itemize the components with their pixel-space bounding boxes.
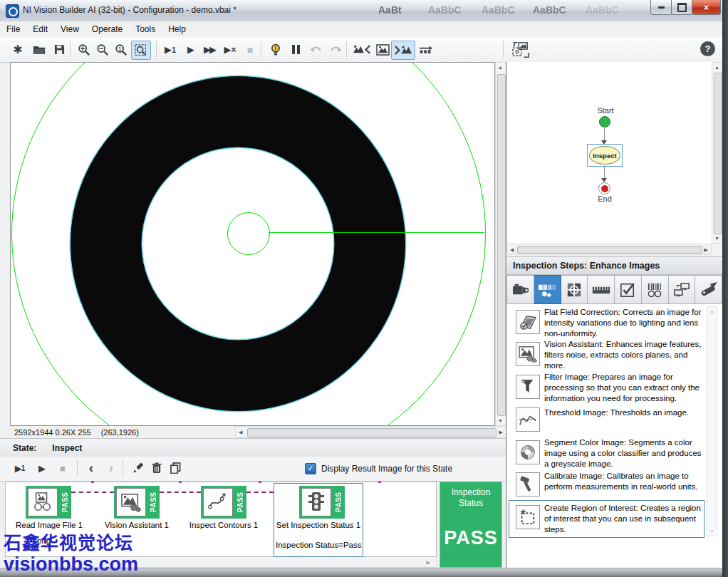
copy-step-icon[interactable] [167,459,184,477]
zoom-1-to-1-icon[interactable]: 1 [112,41,130,58]
step-label: Vision Assistant 1 [98,521,176,529]
help-button[interactable]: ? [700,41,715,56]
list-item-text[interactable]: Create Region of Interest: Creates a reg… [544,503,704,534]
list-item-text[interactable]: Threshold Image: Thresholds an image. [544,407,704,418]
redo-icon[interactable] [326,41,345,58]
watermark-line1: 石鑫华视觉论坛 [4,533,138,553]
window-title: NI Vision Builder AI (32-bit) - Configur… [23,5,236,15]
open-icon[interactable] [30,41,48,58]
stop-icon[interactable]: ■ [241,41,259,58]
undo-icon[interactable] [306,41,325,58]
scroll-down-icon[interactable]: ▼ [498,418,503,423]
start-node[interactable] [599,116,610,128]
step-set-inspection-status[interactable]: PASS [299,486,345,519]
list-item-text[interactable]: Vision Assistant: Enhances image feature… [544,339,704,370]
scrollbar-thumb[interactable] [497,74,506,416]
state-diagram[interactable]: Start Inspect End [506,62,712,244]
segment-color-image-icon[interactable] [516,440,540,464]
tab-acquire-images[interactable] [506,275,534,304]
main-toolbar: ✱ 1 ▶1 ▶ ▶▶ ▶× ■ ? [0,37,724,63]
inspection-status-value: PASS [440,527,501,549]
diagram-vertical-scrollbar[interactable]: ▲ ▼ [712,62,722,244]
scroll-right-icon[interactable]: ▶ [499,430,503,435]
end-node[interactable] [598,182,610,194]
maximize-button[interactable] [671,0,693,15]
list-item-text[interactable]: Filter Image: Prepares an image for proc… [544,372,704,403]
display-result-checkbox-row[interactable]: ✓ Display Result Image for this State [305,463,452,474]
toggle-view-icon[interactable] [509,41,533,58]
menu-operate[interactable]: Operate [85,23,129,36]
stop-state-icon[interactable]: ■ [54,459,71,477]
vision-assistant-icon[interactable] [516,342,540,366]
list-item-text[interactable]: Flat Field Correction: Corrects an image… [544,307,704,338]
list-vertical-scrollbar[interactable]: ▲ ▼ [707,306,717,536]
list-item-text[interactable]: Segment Color Image: Segments a color im… [544,437,704,469]
run-inspection-once-icon[interactable]: ▶1 [161,41,180,58]
step-vision-assistant[interactable]: PASS [114,486,160,519]
zoom-out-icon[interactable] [93,41,112,58]
title-bar[interactable]: NI Vision Builder AI (32-bit) - Configur… [0,0,724,22]
run-state-once-icon[interactable]: ▶1 [11,459,28,477]
close-button[interactable]: × [692,0,721,15]
next-image-icon[interactable] [391,41,415,60]
scroll-left-icon[interactable]: ◀ [510,247,514,253]
delete-step-icon[interactable] [148,459,165,477]
calibrate-image-icon[interactable] [516,472,540,497]
forward-icon[interactable]: › [103,459,120,477]
inspect-node[interactable]: Inspect [589,146,620,165]
filter-image-icon[interactable] [516,375,540,399]
menu-edit[interactable]: Edit [26,23,54,36]
strip-tick [378,481,381,483]
zoom-in-icon[interactable] [75,41,93,58]
back-icon[interactable]: ‹ [83,459,100,477]
image-vertical-scrollbar[interactable]: ▲ ▼ [495,62,506,426]
run-continuous-icon[interactable]: ▶▶ [200,41,219,58]
run-inspection-icon[interactable]: ▶ [181,41,199,58]
tab-additional-tools[interactable] [695,275,722,304]
checkbox-checked-icon[interactable]: ✓ [305,463,316,474]
scroll-down-icon[interactable]: ▼ [709,529,714,534]
image-horizontal-scrollbar[interactable]: ◀ ▶ [235,426,506,438]
scroll-right-icon[interactable]: ▶ [427,560,430,566]
menu-file[interactable]: File [0,23,26,36]
scroll-up-icon[interactable]: ▲ [498,65,503,70]
inspect-node-selection[interactable]: Inspect [587,144,623,167]
diagram-horizontal-scrollbar[interactable]: ◀ ▶ [506,244,712,254]
scrollbar-thumb[interactable] [247,428,496,437]
light-icon[interactable] [266,41,285,58]
zoom-to-fit-icon[interactable] [131,41,151,60]
save-icon[interactable] [50,41,68,58]
minimize-button[interactable] [650,0,672,15]
image-display-area[interactable] [10,62,495,426]
pause-icon[interactable] [286,41,305,58]
image-log-icon[interactable] [417,41,435,58]
scroll-up-icon[interactable]: ▲ [714,65,719,70]
image-display-icon[interactable] [373,41,392,58]
step-inspect-contours[interactable]: PASS [201,486,246,519]
scrollbar-thumb[interactable] [714,73,722,234]
scroll-down-icon[interactable]: ▼ [714,236,719,241]
threshold-image-icon[interactable] [516,407,540,432]
previous-image-icon[interactable] [350,41,373,58]
create-roi-icon[interactable] [516,505,540,529]
tab-check-presence[interactable] [615,275,642,304]
scroll-left-icon[interactable]: ◀ [239,430,242,435]
menu-help[interactable]: Help [162,23,192,36]
edit-step-icon[interactable] [130,459,147,477]
menu-tools[interactable]: Tools [129,23,162,36]
step-read-image-file[interactable]: PASS [26,486,71,519]
scrollbar-thumb[interactable] [517,246,702,254]
flat-field-correction-icon[interactable] [516,310,540,334]
scroll-right-icon[interactable]: ▶ [704,247,708,253]
scroll-up-icon[interactable]: ▲ [709,308,714,313]
list-item-text[interactable]: Calibrate Image: Calibrates an image to … [544,471,704,492]
tab-locate-features[interactable] [561,275,588,304]
new-inspection-icon[interactable]: ✱ [9,41,27,58]
run-until-failure-icon[interactable]: ▶× [221,41,239,58]
run-state-icon[interactable]: ▶ [33,459,50,477]
menu-view[interactable]: View [54,23,85,36]
tab-communicate[interactable] [669,275,696,304]
tab-enhance-images[interactable] [534,275,561,304]
tab-identify-parts[interactable] [642,275,669,304]
tab-measure-features[interactable] [588,275,615,304]
